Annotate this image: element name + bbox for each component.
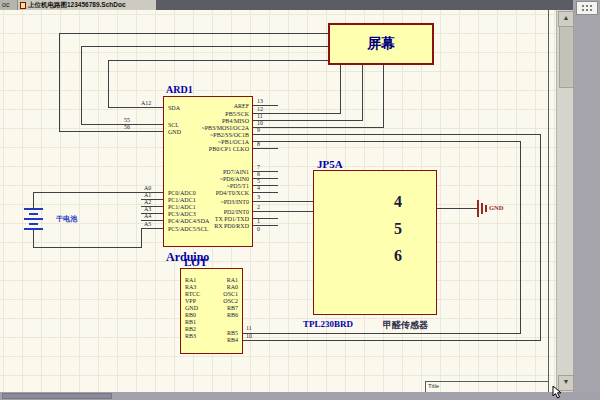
jp5a-pin-number: 4 xyxy=(388,193,408,211)
lot-pin: OSC2 xyxy=(223,298,238,305)
wire[interactable] xyxy=(59,131,163,132)
screen-component[interactable]: 屏幕 xyxy=(328,23,434,65)
net-label[interactable]: 13 xyxy=(257,98,263,104)
active-document-tab[interactable]: 上位机电路图123456789.SchDoc xyxy=(17,0,156,10)
title-block-label: Title xyxy=(428,383,439,389)
wire[interactable] xyxy=(253,201,313,202)
vertical-scroll-thumb[interactable] xyxy=(559,26,574,88)
jp5a-part-number[interactable]: TPL230BRD xyxy=(303,319,353,329)
lot-pin: RA1 xyxy=(185,277,196,284)
wire[interactable] xyxy=(437,208,477,209)
net-label[interactable]: A12 xyxy=(141,100,151,106)
ard1-pin: PC0/ADC0 xyxy=(168,190,196,197)
lot-component[interactable]: RA1 RA3 RTCC VPP GND RB0 RB1 RB2 RB3 RA1… xyxy=(180,268,243,354)
gnd-bar xyxy=(481,203,483,214)
net-label[interactable]: 7 xyxy=(257,164,260,170)
jp5a-pin-number: 6 xyxy=(388,247,408,265)
net-label[interactable]: 12 xyxy=(257,106,263,112)
wire[interactable] xyxy=(243,340,541,341)
net-label[interactable]: A4 xyxy=(144,213,151,219)
wire[interactable] xyxy=(108,107,163,108)
wire[interactable] xyxy=(253,141,521,142)
net-label[interactable]: A3 xyxy=(144,206,151,212)
net-label[interactable]: 2 xyxy=(257,204,260,210)
vertical-scrollbar[interactable]: ▲ ▼ xyxy=(556,10,573,392)
wire[interactable] xyxy=(520,141,521,334)
net-label[interactable]: 4 xyxy=(257,185,260,191)
ard1-pin: ~PB1/OC1A xyxy=(218,139,249,146)
net-label[interactable]: 10 xyxy=(257,120,263,126)
wire[interactable] xyxy=(540,134,541,341)
ard1-pin: PB0/CP1 CLKO xyxy=(209,146,249,153)
jp5a-component[interactable]: 4 5 6 xyxy=(313,170,437,315)
net-label[interactable]: 5 xyxy=(257,178,260,184)
net-label[interactable]: A5 xyxy=(144,221,151,227)
wire[interactable] xyxy=(253,113,341,114)
wire[interactable] xyxy=(243,333,521,334)
active-tab-title: 上位机电路图123456789.SchDoc xyxy=(28,1,126,10)
wire[interactable] xyxy=(383,65,384,128)
wire[interactable] xyxy=(141,228,163,229)
ard1-pin: PD7/AIN1 xyxy=(223,169,249,176)
net-label[interactable]: 10 xyxy=(246,333,252,339)
wire[interactable] xyxy=(108,60,109,108)
net-label[interactable]: 55 xyxy=(124,117,130,123)
net-label[interactable]: 3 xyxy=(257,194,260,200)
net-label[interactable]: 9 xyxy=(257,127,260,133)
wire[interactable] xyxy=(59,33,60,132)
wire[interactable] xyxy=(253,192,278,193)
net-label[interactable]: 56 xyxy=(124,124,130,130)
wire[interactable] xyxy=(81,124,163,125)
ard1-pin: SCL xyxy=(168,122,179,129)
wire[interactable] xyxy=(253,120,363,121)
net-label[interactable]: A1 xyxy=(144,192,151,198)
wire[interactable] xyxy=(59,33,328,34)
ard1-component[interactable]: SDA SCL GND AREF PB5/SCK PB4/MISO ~PB3/M… xyxy=(163,96,253,247)
horizontal-scrollbar[interactable] xyxy=(0,392,600,400)
ard1-pin: TX PD1/TXD xyxy=(215,216,249,223)
ard1-pin: PD2/INT0 xyxy=(224,209,249,216)
panel-grip[interactable] xyxy=(576,1,598,15)
wire[interactable] xyxy=(108,60,328,61)
net-label[interactable]: A0 xyxy=(144,185,151,191)
ard1-pin: ~PD3/INT0 xyxy=(220,199,249,206)
wire[interactable] xyxy=(33,228,34,248)
battery-plate xyxy=(29,223,38,225)
jp5a-description[interactable]: 甲醛传感器 xyxy=(383,319,428,332)
ard1-designator[interactable]: ARD1 xyxy=(166,84,193,95)
document-tab-bar: oc 上位机电路图123456789.SchDoc xyxy=(0,0,573,10)
previous-tab-fragment[interactable]: oc xyxy=(0,0,18,10)
gnd-bar xyxy=(485,205,487,212)
lot-designator[interactable]: LOT xyxy=(184,256,207,268)
ard1-pin: PC1/ADC1 xyxy=(168,197,196,204)
scroll-up-button[interactable]: ▲ xyxy=(558,11,574,27)
wire[interactable] xyxy=(362,65,363,121)
wire[interactable] xyxy=(253,148,278,149)
net-label[interactable]: 8 xyxy=(257,141,260,147)
horizontal-scroll-thumb[interactable] xyxy=(2,393,112,399)
title-block-line-vertical xyxy=(425,381,426,392)
wire[interactable] xyxy=(141,228,142,248)
wire[interactable] xyxy=(81,46,82,125)
ard1-pin: PB5/SCK xyxy=(225,111,249,118)
wire[interactable] xyxy=(33,247,141,248)
net-label[interactable]: 11 xyxy=(246,325,252,331)
wire[interactable] xyxy=(253,211,313,212)
lot-pin: RA0 xyxy=(227,284,238,291)
net-label[interactable]: 1 xyxy=(257,218,260,224)
ard1-pin: RX PD0/RXD xyxy=(214,223,249,230)
wire[interactable] xyxy=(253,134,541,135)
net-label[interactable]: A2 xyxy=(144,199,151,205)
lot-pin: RB2 xyxy=(185,326,196,333)
wire[interactable] xyxy=(340,65,341,114)
wire[interactable] xyxy=(81,46,328,47)
net-label[interactable]: 11 xyxy=(257,113,263,119)
lot-pin: RTCC xyxy=(185,291,200,298)
net-label[interactable]: 6 xyxy=(257,171,260,177)
wire[interactable] xyxy=(33,192,34,208)
schematic-canvas: Title xyxy=(0,10,556,392)
wire[interactable] xyxy=(253,127,384,128)
jp5a-designator[interactable]: JP5A xyxy=(317,158,343,170)
battery-plate xyxy=(24,228,43,230)
net-label[interactable]: 0 xyxy=(257,226,260,232)
